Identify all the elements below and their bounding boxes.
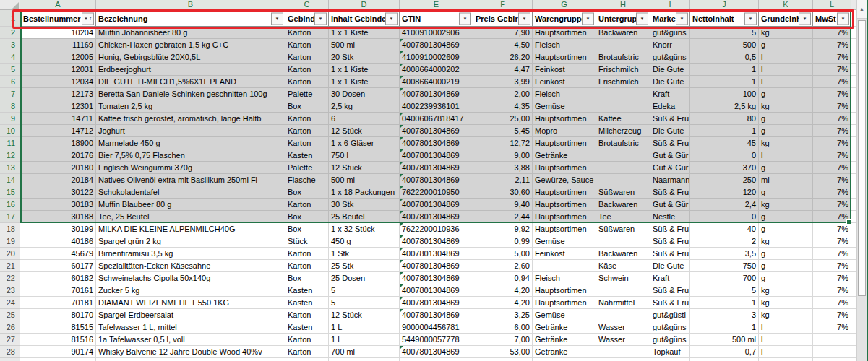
cell-L8[interactable]: 7% <box>813 100 851 113</box>
filter-button-B[interactable]: ▼ <box>271 12 283 25</box>
cell-J4[interactable]: 0,5 <box>690 51 759 64</box>
cell-D29[interactable] <box>329 358 400 361</box>
column-letter-D[interactable]: D <box>329 0 400 10</box>
cell-D6[interactable]: 1 x 1 Kiste <box>329 76 400 88</box>
cell-E14[interactable]: 4007801304869 <box>400 174 473 186</box>
cell-J19[interactable]: 2 <box>690 235 759 248</box>
cell-F29[interactable] <box>473 358 533 361</box>
cell-L10[interactable]: 7% <box>813 125 851 137</box>
cell-I5[interactable]: Die Gute <box>650 64 690 76</box>
cell-F14[interactable]: 2,11 <box>473 174 533 186</box>
cell-D20[interactable]: 1 Stk <box>329 248 400 260</box>
cell-m-sliver[interactable] <box>851 272 856 284</box>
cell-C18[interactable]: Box <box>285 223 329 235</box>
cell-B2[interactable]: Muffin Johannisbeer 80 g <box>96 27 285 39</box>
cell-B23[interactable]: Zucker 5 kg <box>96 284 285 297</box>
cell-E29[interactable] <box>400 358 473 361</box>
cell-K3[interactable]: g <box>759 39 813 51</box>
cell-A18[interactable]: 30199 <box>20 223 96 235</box>
column-letter-F[interactable]: F <box>473 0 533 10</box>
cell-F27[interactable]: 7,00 <box>473 334 533 346</box>
row-number-16[interactable]: 16 <box>0 199 20 211</box>
cell-I8[interactable]: Edeka <box>650 100 690 113</box>
cell-D14[interactable]: 500 ml <box>329 174 400 186</box>
cell-G19[interactable]: Gemüse <box>533 235 596 248</box>
cell-m-sliver[interactable] <box>851 309 856 321</box>
cell-A7[interactable]: 12173 <box>20 88 96 100</box>
cell-J7[interactable]: 100 <box>690 88 759 100</box>
cell-C9[interactable]: Karton <box>285 113 329 125</box>
cell-m-sliver[interactable] <box>851 88 856 100</box>
row-number-24[interactable]: 24 <box>0 297 20 309</box>
cell-C2[interactable]: Karton <box>285 27 329 39</box>
cell-E4[interactable]: 4100910002609 <box>400 51 473 64</box>
cell-F16[interactable]: 9,40 <box>473 199 533 211</box>
cell-H20[interactable]: Backwaren <box>596 248 650 260</box>
cell-E17[interactable]: 4007801304869 <box>400 211 473 223</box>
cell-C26[interactable]: Kasten <box>285 321 329 334</box>
cell-J27[interactable]: 500 ml <box>690 334 759 346</box>
cell-C22[interactable]: Box <box>285 272 329 284</box>
row-number-13[interactable]: 13 <box>0 162 20 174</box>
cell-F28[interactable]: 53,00 <box>473 346 533 358</box>
cell-H19[interactable] <box>596 235 650 248</box>
column-letter-L[interactable]: L <box>813 0 851 10</box>
header-cell-marke[interactable]: Marke▼ <box>650 10 690 27</box>
cell-G26[interactable]: Getränke <box>533 321 596 334</box>
cell-D25[interactable]: 12 Stück <box>329 309 400 321</box>
cell-L12[interactable]: 7% <box>813 149 851 162</box>
cell-E22[interactable]: 4007801304869 <box>400 272 473 284</box>
cell-m-sliver[interactable] <box>851 76 856 88</box>
cell-I27[interactable]: gut&güns <box>650 334 690 346</box>
cell-I15[interactable]: Süß & Fru <box>650 186 690 199</box>
cell-F15[interactable]: 30,60 <box>473 186 533 199</box>
cell-H14[interactable] <box>596 174 650 186</box>
cell-C4[interactable]: Karton <box>285 51 329 64</box>
cell-E3[interactable]: 4007801304869 <box>400 39 473 51</box>
cell-H18[interactable]: Süßwaren <box>596 223 650 235</box>
row-number-20[interactable]: 20 <box>0 248 20 260</box>
filter-button-E[interactable]: ▼ <box>459 12 471 25</box>
header-cell-gtin[interactable]: GTIN▼ <box>400 10 473 27</box>
cell-G25[interactable]: Gemüse <box>533 309 596 321</box>
row-number-17[interactable]: 17 <box>0 211 20 223</box>
cell-I6[interactable]: Die Gute <box>650 76 690 88</box>
cell-I25[interactable]: gut&güsti <box>650 309 690 321</box>
cell-K6[interactable]: l <box>759 76 813 88</box>
cell-C13[interactable]: Palette <box>285 162 329 174</box>
cell-L23[interactable]: 7% <box>813 284 851 297</box>
cell-E10[interactable]: 4007801304869 <box>400 125 473 137</box>
cell-G9[interactable]: Hauptsortimen <box>533 113 596 125</box>
cell-K5[interactable]: l <box>759 64 813 76</box>
row-number-5[interactable]: 5 <box>0 64 20 76</box>
cell-G13[interactable]: Hauptsortimen <box>533 162 596 174</box>
header-cell-mwst[interactable]: MwSt▼ <box>813 10 851 27</box>
cell-C27[interactable]: Karton <box>285 334 329 346</box>
cell-E13[interactable]: 4007801304869 <box>400 162 473 174</box>
cell-D3[interactable]: 500 ml <box>329 39 400 51</box>
cell-F2[interactable]: 7,90 <box>473 27 533 39</box>
cell-K10[interactable]: g <box>759 125 813 137</box>
cell-B25[interactable]: Spargel-Erdbeersalat <box>96 309 285 321</box>
row-number-6[interactable]: 6 <box>0 76 20 88</box>
cell-A14[interactable]: 20184 <box>20 174 96 186</box>
filter-button-K[interactable]: ▼ <box>799 12 811 25</box>
cell-D12[interactable]: 750 l <box>329 149 400 162</box>
cell-J17[interactable]: 0 <box>690 211 759 223</box>
cell-J28[interactable]: 0,7 <box>690 346 759 358</box>
cell-L11[interactable]: 7% <box>813 137 851 149</box>
cell-K20[interactable]: g <box>759 248 813 260</box>
column-letter-A[interactable]: A <box>20 0 96 10</box>
cell-D28[interactable]: 700 ml <box>329 346 400 358</box>
cell-m-sliver[interactable] <box>851 223 856 235</box>
cell-A4[interactable]: 12005 <box>20 51 96 64</box>
cell-L2[interactable]: 7% <box>813 27 851 39</box>
cell-m-sliver[interactable] <box>851 162 856 174</box>
row-number-21[interactable]: 21 <box>0 260 20 272</box>
cell-K4[interactable]: l <box>759 51 813 64</box>
cell-m-sliver[interactable] <box>851 211 856 223</box>
row-number-28[interactable]: 28 <box>0 346 20 358</box>
header-cell-nettoinhalt[interactable]: Nettoinhalt▼ <box>690 10 759 27</box>
row-number-18[interactable]: 18 <box>0 223 20 235</box>
row-number-26[interactable]: 26 <box>0 321 20 334</box>
